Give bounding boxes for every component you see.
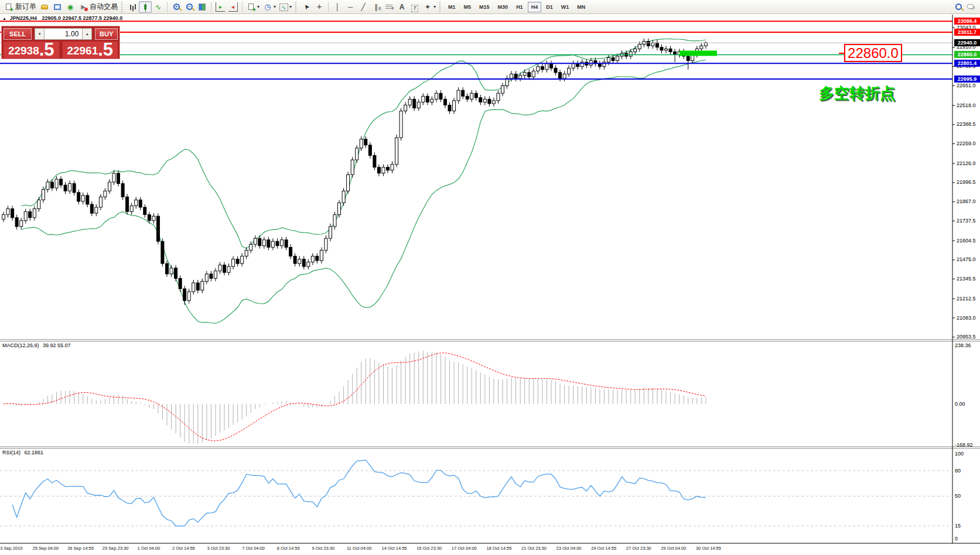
auto-scroll-icon: ▸	[216, 2, 225, 12]
chart-shift-button[interactable]: ◂	[227, 1, 240, 13]
tile-windows-button[interactable]	[196, 1, 209, 13]
terminal-window-icon	[53, 2, 62, 12]
crosshair-button[interactable]: +	[313, 1, 326, 13]
signals-button[interactable]: ◉	[64, 1, 77, 13]
sell-button[interactable]: SELL	[4, 28, 32, 40]
fibonacci-button[interactable]: F	[383, 1, 395, 13]
bar-chart-icon	[128, 2, 137, 12]
volume-decrease-button[interactable]: ▼	[35, 28, 45, 40]
trade-panel-prices: 22938 .5 22961 .5	[2, 42, 119, 60]
date-label: 26 Sep 14:55	[67, 546, 94, 551]
cursor-button[interactable]: ➤	[300, 1, 313, 13]
price-tick: 22388.5	[957, 121, 976, 127]
buy-price[interactable]: 22961 .5	[63, 42, 118, 58]
shapes-button[interactable]: ✦ ▾	[421, 1, 438, 13]
dropdown-arrow-icon: ▾	[433, 4, 436, 9]
bar-chart-button[interactable]	[126, 1, 139, 13]
indicators-icon: ∿	[279, 4, 288, 11]
sell-price-main: 22938	[8, 44, 39, 57]
tile-windows-icon	[197, 2, 207, 12]
price-tick: 22518.0	[957, 102, 976, 108]
cursor-icon: ➤	[300, 0, 313, 13]
rsi-axis-label: 15	[955, 523, 961, 529]
rsi-header: RSI(14) 62.1861	[2, 450, 43, 455]
market-button[interactable]	[38, 1, 51, 13]
clock-icon: ◷	[263, 2, 272, 12]
timeframe-h4[interactable]: H4	[528, 2, 542, 12]
timeframe-mn[interactable]: MN	[573, 2, 589, 12]
vertical-line-button[interactable]: │	[331, 1, 344, 13]
price-tick: 22259.0	[957, 141, 976, 146]
zoom-in-button[interactable]: +	[170, 1, 183, 13]
buy-price-frac: .5	[98, 42, 113, 57]
toolbar: + 新订单 ◉ ▶ 自动交易 ∿ + − ▸ ◂ + ▾ ◷	[0, 0, 980, 14]
autotrading-button[interactable]: ▶ 自动交易	[77, 1, 119, 13]
timeframe-m1[interactable]: M1	[445, 2, 459, 12]
channel-button[interactable]: ∥E	[370, 1, 383, 13]
dropdown-arrow-icon: ▾	[274, 4, 276, 9]
horizontal-line-icon: ─	[346, 2, 355, 12]
periods-button[interactable]: ◷ ▾	[261, 1, 278, 13]
candlestick-chart-icon	[141, 2, 150, 12]
signals-icon: ◉	[66, 2, 75, 12]
buy-button[interactable]: BUY	[95, 28, 118, 40]
price-tick: 21345.5	[957, 276, 976, 282]
sell-price-frac: .5	[39, 42, 54, 57]
price-callout-box[interactable]: 22860.0	[844, 44, 902, 62]
dropdown-arrow-icon: ▾	[289, 4, 292, 9]
zoom-out-icon: −	[186, 4, 193, 10]
macd-label: MACD(12,26,9)	[2, 342, 39, 348]
toolbar-separator	[328, 2, 329, 12]
text-button[interactable]: A	[395, 1, 408, 13]
macd-values: 39.92 55.07	[43, 342, 71, 348]
zoom-in-icon: +	[173, 4, 180, 10]
date-label: 8 Oct 14:55	[277, 546, 300, 551]
timeframe-m5[interactable]: M5	[460, 2, 475, 12]
text-label-button[interactable]: T	[408, 1, 421, 13]
horizontal-line-button[interactable]: ─	[344, 1, 357, 13]
zoom-out-button[interactable]: −	[183, 1, 196, 13]
line-chart-button[interactable]: ∿	[152, 1, 165, 13]
date-label: 17 Oct 04:00	[452, 546, 477, 551]
timeframe-h1[interactable]: H1	[513, 2, 527, 12]
chat-button[interactable]	[965, 1, 978, 13]
text-icon: A	[397, 2, 407, 12]
trendline-icon: ╱	[358, 2, 368, 12]
indicators-button[interactable]: ∿ ▾	[278, 1, 293, 13]
date-label: 29 Sep 23:30	[103, 546, 129, 551]
volume-increase-button[interactable]: ▲	[82, 28, 92, 40]
price-tick: 21604.5	[957, 238, 976, 244]
chart-area[interactable]: 23043.022910.022780.522651.022518.022388…	[0, 14, 980, 555]
date-label: 11 Oct 04:00	[347, 546, 371, 551]
timeframe-m30[interactable]: M30	[494, 2, 512, 12]
text-label-icon: T	[410, 2, 419, 12]
fibonacci-icon: F	[384, 2, 394, 12]
sell-price[interactable]: 22938 .5	[4, 42, 59, 58]
new-order-button[interactable]: + 新订单	[2, 1, 38, 13]
toolbar-right-group	[952, 1, 978, 13]
timeframe-m15[interactable]: M15	[476, 2, 493, 12]
timeframe-w1[interactable]: W1	[558, 2, 573, 12]
rsi-axis-label: 100	[955, 451, 964, 457]
toolbar-grip	[295, 2, 297, 12]
timeframe-d1[interactable]: D1	[542, 2, 556, 12]
terminal-button[interactable]	[51, 1, 64, 13]
volume-stepper: ▼ 1.00 ▲	[35, 28, 92, 40]
date-label: 23 Sep 2019	[0, 546, 23, 551]
chart-symbol-period: JPN225,H4	[9, 15, 37, 21]
auto-scroll-button[interactable]: ▸	[214, 1, 227, 13]
trendline-button[interactable]: ╱	[357, 1, 370, 13]
price-tick: 21996.5	[957, 179, 976, 185]
macd-axis-label: 0.00	[955, 401, 965, 407]
toolbar-grip	[121, 2, 123, 12]
new-chart-button[interactable]: + ▾	[245, 1, 261, 13]
price-tag: 22860.0	[954, 51, 980, 58]
turning-point-note[interactable]: 多空转折点	[819, 83, 895, 104]
search-button[interactable]	[952, 1, 965, 13]
macd-axis-label: -168.92	[955, 442, 973, 448]
volume-input[interactable]: 1.00	[45, 28, 82, 40]
candlestick-chart-button[interactable]	[139, 1, 152, 13]
date-label: 18 Oct 14:55	[486, 546, 511, 551]
price-tick: 21212.5	[957, 296, 976, 302]
price-tick: 22126.0	[957, 160, 976, 166]
